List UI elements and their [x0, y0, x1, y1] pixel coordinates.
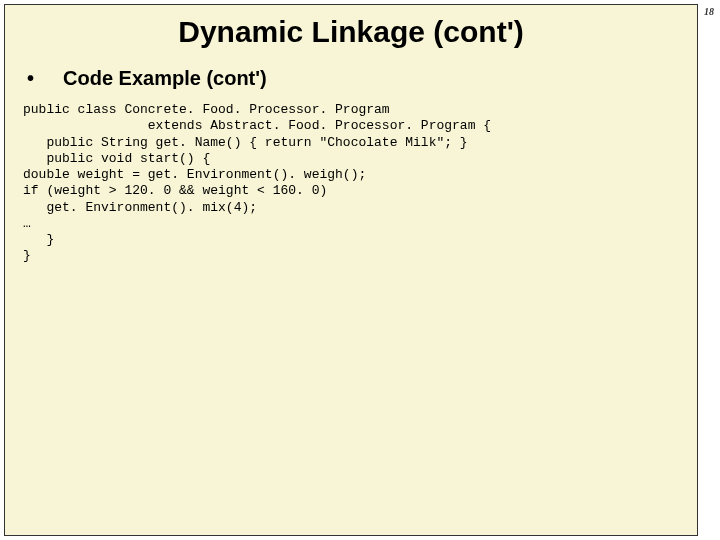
bullet-label: Code Example (cont') [63, 67, 267, 90]
page-number: 18 [704, 6, 714, 17]
slide-body: Dynamic Linkage (cont') • Code Example (… [4, 4, 698, 536]
slide-title: Dynamic Linkage (cont') [19, 15, 683, 49]
code-example: public class Concrete. Food. Processor. … [23, 102, 683, 265]
bullet-marker-icon: • [27, 68, 39, 88]
bullet-item: • Code Example (cont') [27, 67, 683, 90]
page-number-column: 18 [698, 4, 716, 536]
